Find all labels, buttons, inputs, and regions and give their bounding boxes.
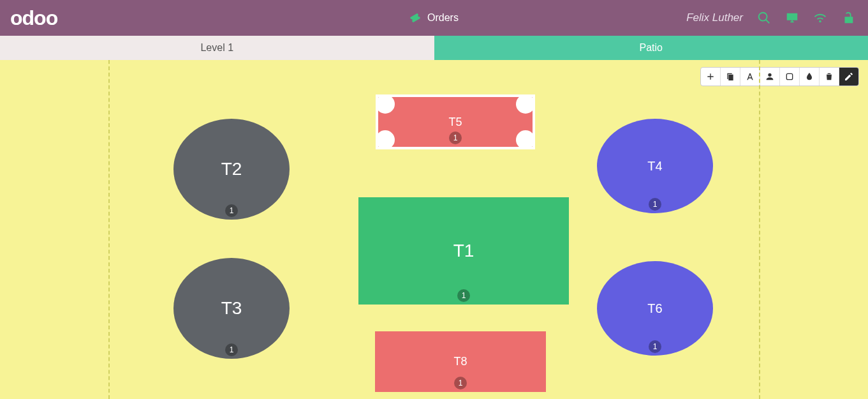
username[interactable]: Felix Luther (686, 11, 743, 24)
table-t5[interactable]: T51 (378, 97, 533, 147)
resize-handle-br[interactable] (516, 130, 535, 149)
alignment-guide (759, 60, 760, 399)
table-label: T3 (221, 298, 242, 319)
edit-button[interactable] (839, 68, 858, 86)
seats-button[interactable] (760, 68, 779, 86)
seats-badge: 1 (649, 198, 661, 211)
logo-text: odoo (10, 6, 57, 30)
topbar: odoo Orders Felix Luther (0, 0, 868, 36)
topbar-right: Felix Luther (686, 11, 868, 25)
seats-badge: 1 (649, 340, 661, 353)
table-t4[interactable]: T41 (597, 119, 713, 213)
ticket-icon (409, 12, 421, 24)
tab-label: Patio (640, 42, 663, 54)
table-t2[interactable]: T21 (173, 119, 290, 220)
table-label: T2 (221, 159, 242, 179)
monitor-icon[interactable] (785, 11, 799, 25)
table-label: T4 (647, 159, 662, 174)
orders-label: Orders (427, 12, 459, 24)
add-button[interactable] (701, 68, 720, 86)
floor-tabs: Level 1 Patio (0, 36, 868, 60)
seats-badge: 1 (449, 132, 462, 144)
resize-handle-bl[interactable] (376, 130, 395, 149)
table-label: T6 (647, 301, 662, 316)
color-button[interactable] (799, 68, 819, 86)
table-label: T1 (453, 241, 474, 261)
seats-badge: 1 (225, 343, 238, 356)
unlock-icon[interactable] (841, 11, 855, 25)
tab-patio[interactable]: Patio (434, 36, 869, 60)
wifi-icon[interactable] (813, 11, 827, 25)
edit-toolbar (700, 67, 859, 86)
resize-handle-tl[interactable] (376, 94, 395, 114)
tab-level-1[interactable]: Level 1 (0, 36, 434, 60)
seats-badge: 1 (457, 289, 470, 302)
alignment-guide (108, 60, 110, 399)
table-t8[interactable]: T81 (375, 331, 546, 392)
logo[interactable]: odoo (10, 6, 57, 30)
floor-plan[interactable]: T21T31T51T11T81T41T61 (0, 60, 868, 399)
table-t1[interactable]: T11 (358, 197, 569, 305)
duplicate-button[interactable] (720, 68, 740, 86)
table-t6[interactable]: T61 (597, 261, 713, 356)
seats-badge: 1 (225, 204, 238, 217)
search-icon[interactable] (757, 11, 771, 25)
tab-label: Level 1 (200, 42, 233, 54)
table-label: T5 (448, 116, 462, 129)
table-t3[interactable]: T31 (173, 258, 290, 359)
delete-button[interactable] (819, 68, 839, 86)
svg-rect-0 (786, 73, 792, 79)
resize-handle-tr[interactable] (516, 94, 535, 114)
seats-badge: 1 (454, 377, 467, 389)
table-label: T8 (453, 355, 467, 368)
orders-button[interactable]: Orders (402, 7, 466, 29)
rename-button[interactable] (740, 68, 760, 86)
shape-button[interactable] (779, 68, 799, 86)
